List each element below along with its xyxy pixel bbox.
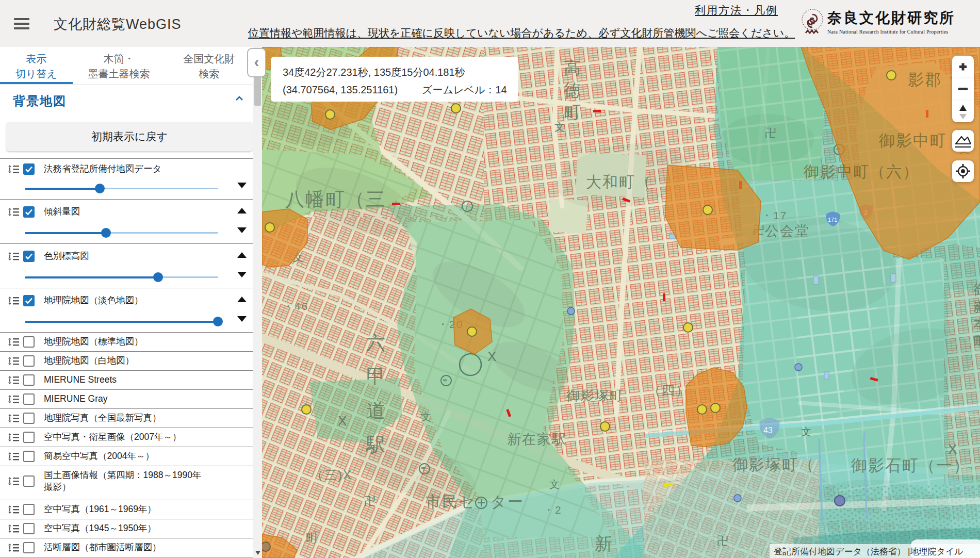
svg-text:卍: 卍: [717, 534, 728, 547]
svg-text:新在家駅: 新在家駅: [507, 432, 567, 447]
svg-text:影郡: 影郡: [908, 71, 942, 89]
svg-text:(34.707564, 135.251161): (34.707564, 135.251161): [283, 84, 398, 95]
svg-text:町: 町: [306, 530, 320, 545]
svg-text:御影石町（一）: 御影石町（一）: [851, 456, 970, 474]
svg-text:高: 高: [564, 58, 581, 77]
svg-text:34度42分27.231秒, 135度15分04.181秒: 34度42分27.231秒, 135度15分04.181秒: [283, 67, 465, 78]
svg-text:登記所備付地図データ（法務省）: 登記所備付地図データ（法務省）: [774, 547, 906, 556]
svg-text:|地理院タイル: |地理院タイル: [908, 547, 963, 556]
svg-text:御影塚町: 御影塚町: [566, 388, 624, 403]
svg-text:〒: 〒: [443, 378, 449, 385]
svg-text:御: 御: [973, 282, 980, 298]
svg-text:町: 町: [973, 333, 980, 349]
svg-text:影: 影: [973, 299, 980, 315]
svg-text:御影塚町（: 御影塚町（: [732, 456, 815, 473]
svg-text:文: 文: [554, 121, 565, 133]
svg-text:甲: 甲: [366, 366, 385, 387]
svg-text:文: 文: [801, 426, 811, 437]
svg-text:市民セ: 市民セ: [426, 493, 476, 510]
svg-text:・46: ・46: [283, 300, 308, 312]
svg-text:・2: ・2: [543, 504, 562, 516]
svg-text:X: X: [338, 413, 347, 429]
svg-text:〒: 〒: [421, 466, 427, 473]
svg-text:X: X: [487, 349, 496, 364]
svg-text:文: 文: [549, 479, 560, 490]
svg-text:八幡町（三: 八幡町（三: [285, 189, 386, 210]
svg-text:御影中町（六）: 御影中町（六）: [804, 163, 919, 180]
svg-text:卍: 卍: [765, 126, 776, 139]
svg-text:大和町（: 大和町（: [586, 173, 652, 190]
svg-text:（三)X: （三)X: [311, 468, 352, 482]
svg-text:ター: ター: [491, 493, 524, 510]
svg-text:新: 新: [595, 534, 613, 553]
svg-text:卍: 卍: [364, 495, 375, 507]
svg-text:徳: 徳: [564, 80, 581, 100]
svg-text:本: 本: [973, 316, 980, 332]
svg-text:御影中町: 御影中町: [879, 132, 947, 150]
svg-text:駅: 駅: [366, 434, 385, 455]
svg-text:43: 43: [763, 426, 773, 435]
svg-text:・17: ・17: [761, 209, 787, 221]
svg-text:171: 171: [828, 217, 837, 223]
svg-text:六: 六: [366, 332, 385, 353]
svg-text:文: 文: [421, 411, 432, 422]
svg-text:X: X: [948, 441, 957, 457]
svg-text:公会堂: 公会堂: [765, 223, 810, 239]
svg-text:道: 道: [366, 400, 385, 421]
svg-text:〒: 〒: [464, 203, 470, 210]
svg-text:（四）: （四）: [648, 383, 690, 397]
svg-text:町: 町: [564, 103, 581, 122]
svg-text:ズームレベル：14: ズームレベル：14: [422, 84, 507, 95]
